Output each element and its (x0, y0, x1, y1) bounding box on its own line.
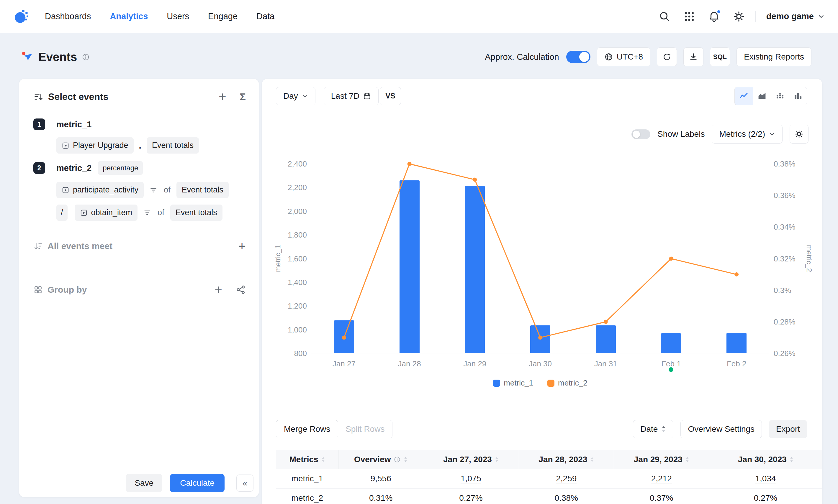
collapse-panel-button[interactable]: « (236, 474, 254, 492)
format-tag-chip[interactable]: percentage (98, 161, 143, 175)
legend-item-metric2[interactable]: metric_2 (547, 378, 587, 388)
col-header-overview[interactable]: Overview (339, 450, 423, 469)
line-point[interactable] (538, 336, 542, 340)
timezone-button[interactable]: UTC+8 (597, 48, 650, 66)
date-sort-button[interactable]: Date (633, 420, 673, 438)
col-header-jan28[interactable]: Jan 28, 2023 (519, 450, 614, 469)
group-by-label: Group by (48, 285, 87, 295)
existing-reports-button[interactable]: Existing Reports (736, 48, 811, 66)
col-header-jan29[interactable]: Jan 29, 2023 (614, 450, 709, 469)
approx-calculation-toggle[interactable] (566, 51, 591, 63)
line-point[interactable] (342, 336, 346, 340)
sql-button[interactable]: SQL (710, 48, 730, 66)
top-navbar: Dashboards Analytics Users Engage Data d… (0, 0, 838, 33)
results-table: Metrics Overview Jan 27, 2023 Jan 28, 20… (276, 450, 822, 504)
notifications-bell-icon[interactable] (708, 11, 720, 22)
add-group-by-button[interactable]: + (215, 283, 222, 296)
line-point[interactable] (669, 257, 673, 261)
line-point[interactable] (734, 272, 738, 276)
chart-type-area-icon[interactable] (753, 87, 771, 105)
sort-arrows-icon[interactable] (495, 456, 499, 463)
y-axis-left: 2,4002,2002,0001,8001,6001,4001,2001,000… (262, 164, 307, 354)
compare-vs-button[interactable]: VS (380, 87, 401, 105)
nav-engage[interactable]: Engage (208, 12, 238, 21)
metrics-selector-dropdown[interactable]: Metrics (2/2) (712, 125, 783, 144)
col-header-jan30[interactable]: Jan 30, 2023 (709, 450, 822, 469)
refresh-button[interactable] (657, 48, 677, 66)
search-icon[interactable] (659, 11, 670, 22)
chart-settings-button[interactable] (790, 125, 808, 144)
event-chip[interactable]: Player Upgrade (56, 137, 134, 154)
x-axis-label: Jan 29 (463, 359, 486, 368)
y-axis-left-tick: 2,400 (288, 159, 307, 168)
merge-rows-button[interactable]: Merge Rows (276, 420, 338, 438)
group-by-section: Group by + (19, 283, 259, 296)
left-panel-footer: Save Calculate « (126, 474, 254, 492)
split-rows-button[interactable]: Split Rows (338, 420, 392, 438)
event-chip[interactable]: obtain_item (75, 204, 138, 221)
date-value-cell[interactable]: 1,034 (709, 469, 822, 488)
date-value-cell[interactable]: 1,075 (423, 469, 519, 488)
divide-chip[interactable]: / (56, 204, 68, 221)
nav-data[interactable]: Data (256, 12, 274, 21)
overview-settings-button[interactable]: Overview Settings (681, 420, 762, 438)
event-chip-label: participate_activity (73, 185, 138, 195)
add-global-filter-button[interactable]: + (238, 240, 246, 253)
export-button[interactable]: Export (769, 420, 807, 438)
info-icon[interactable] (394, 456, 401, 463)
sort-arrows-icon[interactable] (404, 456, 408, 463)
col-header-metrics[interactable]: Metrics (276, 450, 339, 469)
date-value-cell[interactable]: 2,259 (519, 469, 614, 488)
sort-arrows-icon[interactable] (590, 456, 594, 463)
sort-arrows-icon[interactable] (321, 456, 325, 463)
legend-item-metric1[interactable]: metric_1 (493, 378, 533, 388)
chart-type-distribution-icon[interactable] (771, 87, 789, 105)
of-label: of (164, 185, 171, 195)
results-table-container[interactable]: Metrics Overview Jan 27, 2023 Jan 28, 20… (276, 450, 822, 504)
sort-arrows-icon[interactable] (790, 456, 793, 463)
nav-analytics[interactable]: Analytics (110, 12, 148, 21)
calculate-button[interactable]: Calculate (170, 474, 225, 492)
save-button[interactable]: Save (126, 474, 162, 492)
formula-sigma-button[interactable]: Σ (240, 91, 246, 103)
nav-dashboards[interactable]: Dashboards (45, 12, 91, 21)
overview-value-cell: 0.31% (339, 488, 423, 504)
add-event-button[interactable]: + (219, 90, 226, 103)
sort-arrows-icon[interactable] (685, 456, 689, 463)
y-axis-right-tick: 0.34% (774, 222, 796, 232)
line-point[interactable] (604, 320, 608, 324)
filter-icon[interactable] (149, 186, 158, 195)
granularity-dropdown[interactable]: Day (276, 87, 315, 105)
legend-label: metric_1 (504, 378, 533, 388)
filter-icon[interactable] (143, 209, 152, 217)
account-menu[interactable]: demo game (766, 12, 825, 21)
settings-gear-icon[interactable] (733, 11, 745, 22)
event-name[interactable]: metric_2 (56, 163, 91, 173)
granularity-label: Day (283, 91, 298, 101)
chart-type-switcher (734, 87, 807, 105)
line-point[interactable] (473, 178, 477, 182)
chip-separator: . (139, 141, 141, 150)
chart-toolbar: Day Last 7D VS (262, 79, 822, 113)
event-name[interactable]: metric_1 (56, 120, 91, 129)
show-labels-toggle[interactable] (631, 129, 650, 139)
export-label: Export (776, 425, 800, 434)
relation-share-icon[interactable] (236, 285, 246, 295)
measure-chip[interactable]: Event totals (170, 204, 222, 221)
x-axis-label: Jan 28 (398, 359, 421, 368)
nav-users[interactable]: Users (167, 12, 189, 21)
date-range-picker[interactable]: Last 7D (324, 87, 379, 105)
date-value-cell[interactable]: 2,212 (614, 469, 709, 488)
measure-chip[interactable]: Event totals (147, 137, 199, 154)
measure-chip[interactable]: Event totals (176, 182, 229, 198)
col-header-jan27[interactable]: Jan 27, 2023 (423, 450, 519, 469)
chart-type-bar-icon[interactable] (789, 87, 807, 105)
line-point[interactable] (408, 162, 412, 166)
chart-legend: metric_1 metric_2 (311, 378, 769, 388)
info-icon[interactable] (82, 53, 90, 61)
chart-type-line-icon[interactable] (735, 87, 753, 105)
download-button[interactable] (683, 48, 703, 66)
apps-grid-icon[interactable] (683, 11, 695, 22)
app-logo[interactable] (13, 8, 30, 25)
event-chip[interactable]: participate_activity (56, 182, 144, 198)
